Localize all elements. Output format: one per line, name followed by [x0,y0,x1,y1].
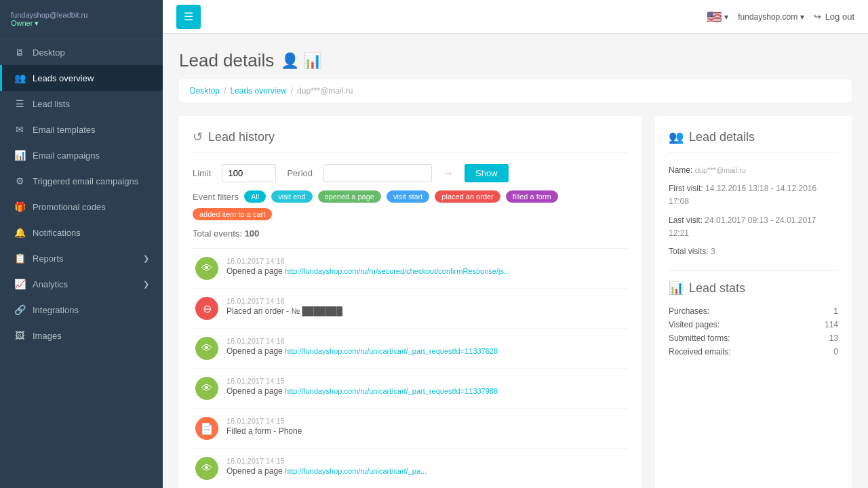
total-events: Total events: 100 [193,228,628,239]
breadcrumb: Desktop / Leads overview / dup***@mail.r… [179,79,852,102]
nav-icon-email-campaigns: 📊 [14,150,26,161]
nav-icon-analytics: 📈 [14,279,26,289]
event-item: 👁 16.01.2017 14:16 Opened a page http://… [193,249,628,289]
stat-row: Received emails:0 [669,347,838,357]
show-button[interactable]: Show [465,164,509,182]
event-item: 📄 16.01.2017 14:15 Filled a form - Phone [193,409,628,449]
user-role[interactable]: Owner ▾ [11,19,152,28]
filter-tag-opened-page[interactable]: opened a page [318,190,381,203]
total-events-label: Total events: [193,228,242,239]
filter-tag-filled-form[interactable]: filled a form [506,190,558,203]
event-icon: 📄 [195,417,218,440]
event-desc: Placed an order - № ███████ [226,306,625,316]
nav-icon-images: 🖼 [14,330,26,341]
event-list-scroll[interactable]: 👁 16.01.2017 14:16 Opened a page http://… [193,248,628,488]
nav-label-notifications: Notifications [33,228,81,238]
user-email: fundayshop@leadbit.ru [11,11,152,19]
period-label: Period [287,168,313,178]
lead-person-icon: 👤 [281,52,299,70]
stat-label: Visited pages: [669,320,719,329]
sidebar-item-promotional-codes[interactable]: 🎁 Promotional codes [0,194,163,220]
stat-row: Purchases:1 [669,306,838,316]
nav-icon-notifications: 🔔 [14,227,26,238]
event-info: 16.01.2017 14:16 Placed an order - № ███… [226,297,625,316]
filter-tag-visit-end[interactable]: visit end [271,190,312,203]
detail-name-value: dup***@mail.ru [695,166,746,174]
detail-total-visits: Total visits: 3 [669,245,838,258]
event-link[interactable]: http://fundayshop.com/ru/ru/secured/chec… [285,267,510,275]
event-time: 16.01.2017 14:16 [226,257,625,265]
nav-label-email-campaigns: Email campaigns [33,150,100,161]
event-link[interactable]: http://fundayshop.com/ru/unicart/cart/_p… [285,467,427,475]
lead-details-icon: 👥 [669,129,684,144]
sidebar-item-images[interactable]: 🖼 Images [0,323,163,348]
detail-total-visits-label: Total visits: [669,247,709,256]
sidebar-item-leads-overview[interactable]: 👥 Leads overview [0,65,163,91]
filter-tag-all[interactable]: All [244,190,266,203]
nav-icon-promotional-codes: 🎁 [14,201,26,212]
event-info: 16.01.2017 14:15 Opened a page http://fu… [226,457,625,476]
total-events-value: 100 [245,228,260,239]
limit-input[interactable] [222,164,276,182]
sidebar-item-desktop[interactable]: 🖥 Desktop [0,39,163,65]
menu-button[interactable]: ☰ [176,5,201,29]
event-icon: 👁 [195,377,218,400]
sidebar-item-analytics[interactable]: 📈 Analytics ❯ [0,271,163,297]
title-icons: 👤 📊 [281,52,321,70]
filter-tag-cart[interactable]: added item to a cart [193,208,272,220]
sidebar-item-triggered-email-campaigns[interactable]: ⚙ Triggered email campaigns [0,168,163,194]
nav-icon-lead-lists: ☰ [14,98,26,109]
panels: ↺ Lead history Limit Period → Show Event… [179,116,852,488]
nav-label-triggered-email-campaigns: Triggered email campaigns [33,176,138,186]
sidebar-item-notifications[interactable]: 🔔 Notifications [0,220,163,245]
event-time: 16.01.2017 14:16 [226,337,625,345]
logout-label: Log out [825,12,854,22]
filter-tag-placed-order[interactable]: placed an order [435,190,500,203]
lead-stats-title-text: Lead stats [689,281,745,296]
flag-selector[interactable]: 🇺🇸 ▾ [707,9,728,24]
stat-row: Visited pages:114 [669,320,838,329]
stat-value: 1 [833,306,838,316]
breadcrumb-leads-overview[interactable]: Leads overview [230,86,286,96]
breadcrumb-sep-2: / [291,86,293,96]
period-input[interactable] [323,164,432,182]
stat-label: Received emails: [669,347,730,357]
stat-label: Submitted forms: [669,333,730,343]
sidebar-user: fundayshop@leadbit.ru Owner ▾ [0,0,163,39]
filter-tag-visit-start[interactable]: visit start [387,190,429,203]
event-time: 16.01.2017 14:15 [226,457,625,465]
nav-label-images: Images [33,331,62,341]
detail-name-label: Name: [669,165,692,175]
event-filters-label: Event filters [193,192,239,202]
logout-button[interactable]: ↪ Log out [814,12,854,22]
event-link[interactable]: http://fundayshop.com/ru/unicart/cart/_p… [285,387,498,395]
lead-details-title: 👥 Lead details [669,129,838,153]
nav-icon-leads-overview: 👥 [14,73,26,83]
event-item: ⊖ 16.01.2017 14:16 Placed an order - № █… [193,289,628,329]
stat-row: Submitted forms:13 [669,333,838,343]
event-item: 👁 16.01.2017 14:15 Opened a page http://… [193,449,628,488]
sidebar-item-lead-lists[interactable]: ☰ Lead lists [0,91,163,117]
filter-row: Limit Period → Show [193,164,628,182]
breadcrumb-desktop[interactable]: Desktop [190,86,220,96]
flag-dropdown-icon: ▾ [724,12,728,22]
stat-label: Purchases: [669,306,709,316]
nav-arrow-reports: ❯ [143,254,149,263]
hamburger-icon: ☰ [184,10,193,23]
sidebar-item-reports[interactable]: 📋 Reports ❯ [0,245,163,271]
event-desc: Opened a page http://fundayshop.com/ru/u… [226,466,625,476]
detail-last-visit-label: Last visit: [669,216,703,225]
detail-last-visit: Last visit: 24.01.2017 09:13 - 24.01.201… [669,214,838,240]
sidebar-item-email-campaigns[interactable]: 📊 Email campaigns [0,142,163,168]
lead-stats-title: 📊 Lead stats [669,281,838,301]
lead-chart-icon: 📊 [303,52,321,70]
sidebar-item-email-templates[interactable]: ✉ Email templates [0,117,163,142]
event-info: 16.01.2017 14:16 Opened a page http://fu… [226,337,625,356]
store-selector[interactable]: fundayshop.com ▾ [738,12,804,22]
lead-history-title: ↺ Lead history [193,129,628,153]
sidebar-item-integrations[interactable]: 🔗 Integrations [0,297,163,323]
event-info: 16.01.2017 14:16 Opened a page http://fu… [226,257,625,276]
nav-icon-reports: 📋 [14,253,26,264]
event-link[interactable]: http://fundayshop.com/ru/unicart/cart/_p… [285,347,498,355]
event-icon: 👁 [195,457,218,480]
